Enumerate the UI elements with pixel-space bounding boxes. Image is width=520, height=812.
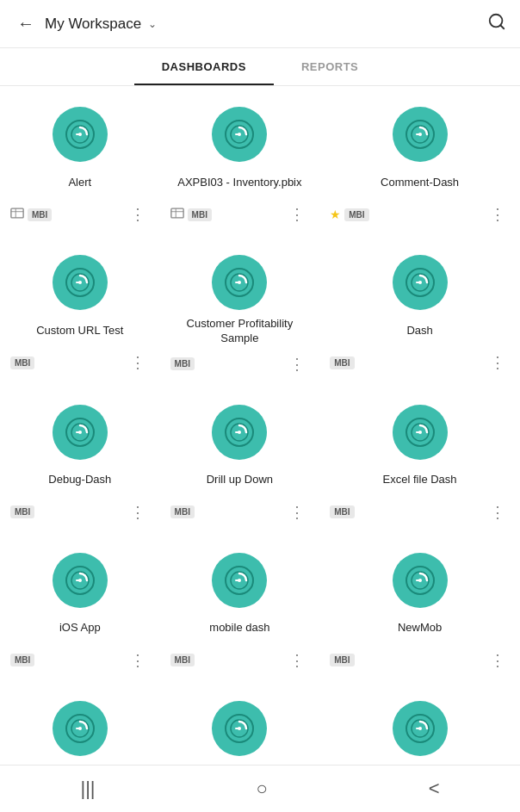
card-icon-14 (212, 701, 267, 756)
more-button-1[interactable]: ⋮ (127, 207, 150, 222)
card-footer-10: MBI⋮ (10, 649, 150, 672)
mbi-badge-4: MBI (10, 356, 34, 369)
more-button-5[interactable]: ⋮ (286, 356, 309, 372)
card-icon-15 (393, 701, 448, 756)
card-2[interactable]: AXPBI03 - Inventory.pbix MBI⋮ (160, 86, 320, 234)
more-button-4[interactable]: ⋮ (127, 355, 150, 370)
more-button-7[interactable]: ⋮ (127, 505, 150, 520)
card-icon-13 (53, 701, 108, 756)
card-12[interactable]: NewMobMBI⋮ (319, 532, 520, 680)
card-footer-9: MBI⋮ (330, 501, 510, 524)
card-5[interactable]: Customer Profitability SampleMBI⋮ (160, 234, 320, 384)
badge-row-11: MBI (170, 654, 195, 666)
mbi-badge-6: MBI (330, 356, 354, 369)
header-left: ← My Workspace ⌄ (14, 10, 157, 37)
card-icon-9 (393, 405, 448, 460)
badge-row-9: MBI (330, 505, 354, 518)
card-8[interactable]: Drill up DownMBI⋮ (160, 384, 320, 532)
card-icon-7 (53, 405, 108, 460)
chevron-down-icon[interactable]: ⌄ (148, 18, 157, 30)
badge-row-12: MBI (330, 654, 354, 666)
mbi-badge-2: MBI (188, 208, 212, 221)
card-title-10: iOS App (59, 615, 101, 642)
home-nav-icon[interactable]: ○ (256, 778, 267, 800)
card-icon-6 (393, 255, 448, 310)
card-footer-2: MBI⋮ (170, 203, 310, 226)
card-icon-5 (212, 255, 267, 310)
svg-rect-11 (170, 208, 183, 218)
card-6[interactable]: DashMBI⋮ (319, 234, 520, 384)
card-icon-12 (393, 553, 448, 608)
tab-reports[interactable]: REPORTS (274, 48, 386, 85)
back-nav-icon[interactable]: < (429, 778, 440, 800)
menu-nav-icon[interactable]: ||| (80, 778, 95, 800)
mbi-badge-7: MBI (10, 505, 34, 518)
card-icon-3 (393, 107, 448, 162)
card-icon-2 (212, 107, 267, 162)
card-footer-8: MBI⋮ (170, 501, 310, 524)
card-9[interactable]: Excel file DashMBI⋮ (319, 384, 520, 532)
card-3[interactable]: Comment-Dash★MBI⋮ (319, 86, 520, 234)
mbi-badge-1: MBI (28, 208, 52, 221)
card-title-9: Excel file Dash (383, 467, 457, 494)
card-title-4: Custom URL Test (36, 317, 123, 344)
card-title-2: AXPBI03 - Inventory.pbix (177, 169, 301, 196)
more-button-3[interactable]: ⋮ (486, 207, 510, 222)
more-button-10[interactable]: ⋮ (127, 653, 150, 668)
mbi-badge-11: MBI (170, 654, 195, 666)
badge-row-10: MBI (10, 654, 34, 666)
card-footer-6: MBI⋮ (330, 351, 510, 374)
card-11[interactable]: mobile dashMBI⋮ (160, 532, 320, 680)
card-title-6: Dash (406, 317, 432, 344)
badge-row-6: MBI (330, 356, 354, 369)
more-button-6[interactable]: ⋮ (486, 355, 510, 370)
card-title-7: Debug-Dash (48, 467, 111, 494)
card-footer-7: MBI⋮ (10, 501, 150, 524)
card-title-8: Drill up Down (207, 467, 273, 494)
badge-row-3: ★MBI (330, 208, 368, 221)
badge-row-8: MBI (170, 505, 195, 518)
card-10[interactable]: iOS AppMBI⋮ (0, 532, 160, 680)
more-button-2[interactable]: ⋮ (286, 207, 309, 222)
more-button-8[interactable]: ⋮ (286, 505, 309, 520)
card-footer-4: MBI⋮ (10, 351, 150, 374)
datasource-icon-2 (170, 208, 184, 221)
badge-row-4: MBI (10, 356, 34, 369)
back-button[interactable]: ← (14, 10, 38, 37)
card-icon-10 (53, 553, 108, 608)
header: ← My Workspace ⌄ (0, 0, 520, 48)
mbi-badge-12: MBI (330, 654, 354, 666)
card-4[interactable]: Custom URL TestMBI⋮ (0, 234, 160, 384)
card-title-5: Customer Profitability Sample (170, 317, 310, 346)
more-button-12[interactable]: ⋮ (486, 653, 510, 668)
mbi-badge-3: MBI (344, 208, 368, 221)
mbi-badge-9: MBI (330, 505, 354, 518)
badge-row-2: MBI (170, 208, 212, 221)
card-title-1: Alert (68, 169, 91, 196)
card-footer-11: MBI⋮ (170, 649, 310, 672)
card-footer-3: ★MBI⋮ (330, 203, 510, 226)
more-button-9[interactable]: ⋮ (486, 505, 510, 520)
bottom-navigation: ||| ○ < (0, 765, 520, 812)
search-button[interactable] (487, 12, 506, 35)
card-footer-5: MBI⋮ (170, 353, 310, 375)
tab-dashboards[interactable]: DASHBOARDS (134, 48, 274, 85)
card-1[interactable]: Alert MBI⋮ (0, 86, 160, 234)
card-7[interactable]: Debug-DashMBI⋮ (0, 384, 160, 532)
mbi-badge-8: MBI (170, 505, 195, 518)
badge-row-7: MBI (10, 505, 34, 518)
card-title-11: mobile dash (209, 615, 269, 642)
card-title-3: Comment-Dash (381, 169, 459, 196)
star-icon-3: ★ (330, 208, 341, 221)
card-footer-12: MBI⋮ (330, 649, 510, 672)
workspace-title: My Workspace (45, 15, 141, 33)
svg-rect-5 (11, 208, 23, 218)
more-button-11[interactable]: ⋮ (286, 653, 309, 668)
badge-row-5: MBI (170, 357, 195, 370)
badge-row-1: MBI (10, 208, 52, 221)
card-footer-1: MBI⋮ (10, 203, 150, 226)
datasource-icon-1 (10, 208, 24, 221)
card-icon-4 (53, 255, 108, 310)
tabs-bar: DASHBOARDS REPORTS (0, 48, 520, 86)
card-icon-1 (53, 107, 108, 162)
